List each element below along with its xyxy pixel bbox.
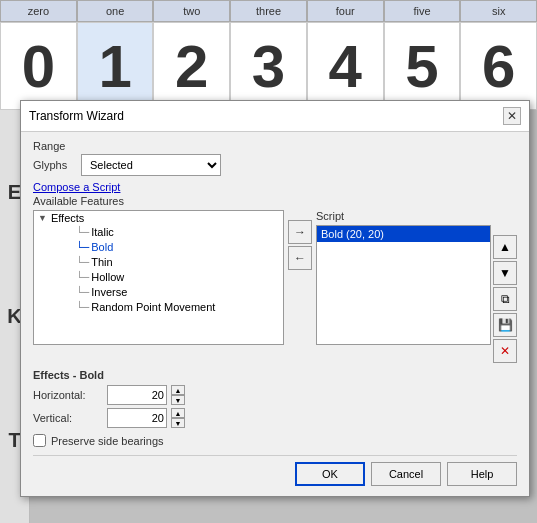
vertical-row: Vertical: ▲ ▼ bbox=[33, 408, 517, 428]
save-button[interactable]: 💾 bbox=[493, 313, 517, 337]
effects-italic-item[interactable]: └─Italic bbox=[34, 225, 283, 240]
random-label: Random Point Movement bbox=[91, 301, 215, 313]
preserve-label[interactable]: Preserve side bearings bbox=[51, 435, 164, 447]
effects-bold-item[interactable]: └─Bold bbox=[34, 240, 283, 255]
effects-bold-title: Effects - Bold bbox=[33, 369, 517, 381]
effects-bold-section: Effects - Bold Horizontal: ▲ ▼ Vertical:… bbox=[33, 369, 517, 428]
dialog-body: Range Glyphs Selected All Current Glyph … bbox=[21, 132, 529, 496]
dialog-title: Transform Wizard bbox=[29, 109, 124, 123]
header-six: six bbox=[460, 0, 537, 22]
header-row: zero one two three four five six bbox=[0, 0, 537, 22]
cell-four: 4 bbox=[307, 22, 384, 110]
horizontal-spinner: ▲ ▼ bbox=[171, 385, 185, 405]
copy-button[interactable]: ⧉ bbox=[493, 287, 517, 311]
features-list[interactable]: ▼ Effects └─Italic └─Bold └─Thin └─Hollo… bbox=[33, 210, 284, 345]
script-item-bold[interactable]: Bold (20, 20) bbox=[317, 226, 490, 242]
bottom-buttons: OK Cancel Help bbox=[33, 455, 517, 488]
hollow-label: Hollow bbox=[91, 271, 124, 283]
vertical-input[interactable] bbox=[107, 408, 167, 428]
delete-button[interactable]: ✕ bbox=[493, 339, 517, 363]
header-one: one bbox=[77, 0, 154, 22]
cell-two: 2 bbox=[153, 22, 230, 110]
move-down-button[interactable]: ▼ bbox=[493, 261, 517, 285]
effects-thin-item[interactable]: └─Thin bbox=[34, 255, 283, 270]
cell-six: 6 bbox=[460, 22, 537, 110]
glyphs-label: Glyphs bbox=[33, 159, 73, 171]
effects-random-item[interactable]: └─Random Point Movement bbox=[34, 300, 283, 315]
right-action-buttons: ▲ ▼ ⧉ 💾 ✕ bbox=[493, 225, 517, 363]
header-five: five bbox=[384, 0, 461, 22]
script-panel: Bold (20, 20) ▲ ▼ ⧉ 💾 ✕ bbox=[316, 225, 517, 363]
header-two: two bbox=[153, 0, 230, 22]
close-button[interactable]: ✕ bbox=[503, 107, 521, 125]
header-three: three bbox=[230, 0, 307, 22]
preserve-checkbox[interactable] bbox=[33, 434, 46, 447]
available-features-label: Available Features bbox=[33, 195, 517, 207]
range-label: Range bbox=[33, 140, 517, 152]
compose-script-link[interactable]: Compose a Script bbox=[33, 181, 120, 193]
arrow-buttons: → ← bbox=[288, 210, 312, 270]
preserve-checkbox-row: Preserve side bearings bbox=[33, 434, 517, 447]
panels-area: ▼ Effects └─Italic └─Bold └─Thin └─Hollo… bbox=[33, 210, 517, 363]
italic-label: Italic bbox=[91, 226, 114, 238]
remove-from-script-button[interactable]: ← bbox=[288, 246, 312, 270]
data-row: 0 1 2 3 4 5 6 bbox=[0, 22, 537, 110]
cancel-button[interactable]: Cancel bbox=[371, 462, 441, 486]
vertical-spin-down[interactable]: ▼ bbox=[171, 418, 185, 428]
transform-wizard-dialog: Transform Wizard ✕ Range Glyphs Selected… bbox=[20, 100, 530, 497]
cell-one: 1 bbox=[77, 22, 154, 110]
header-zero: zero bbox=[0, 0, 77, 22]
effects-group-item[interactable]: ▼ Effects bbox=[34, 211, 283, 225]
dialog-titlebar: Transform Wizard ✕ bbox=[21, 101, 529, 132]
add-to-script-button[interactable]: → bbox=[288, 220, 312, 244]
side-letter-t: T bbox=[8, 429, 20, 452]
effects-label: Effects bbox=[51, 212, 84, 224]
vertical-spinner: ▲ ▼ bbox=[171, 408, 185, 428]
cell-zero: 0 bbox=[0, 22, 77, 110]
cell-five: 5 bbox=[384, 22, 461, 110]
header-four: four bbox=[307, 0, 384, 22]
horizontal-spin-up[interactable]: ▲ bbox=[171, 385, 185, 395]
horizontal-label: Horizontal: bbox=[33, 389, 103, 401]
thin-label: Thin bbox=[91, 256, 112, 268]
vertical-label: Vertical: bbox=[33, 412, 103, 424]
horizontal-input[interactable] bbox=[107, 385, 167, 405]
effects-hollow-item[interactable]: └─Hollow bbox=[34, 270, 283, 285]
cell-three: 3 bbox=[230, 22, 307, 110]
script-list[interactable]: Bold (20, 20) bbox=[316, 225, 491, 345]
script-label: Script bbox=[316, 210, 517, 222]
horizontal-spin-down[interactable]: ▼ bbox=[171, 395, 185, 405]
glyphs-dropdown[interactable]: Selected All Current Glyph bbox=[81, 154, 221, 176]
background-spreadsheet: zero one two three four five six 0 1 2 3… bbox=[0, 0, 537, 110]
ok-button[interactable]: OK bbox=[295, 462, 365, 486]
vertical-spin-up[interactable]: ▲ bbox=[171, 408, 185, 418]
move-up-button[interactable]: ▲ bbox=[493, 235, 517, 259]
bold-label: Bold bbox=[91, 241, 113, 253]
horizontal-row: Horizontal: ▲ ▼ bbox=[33, 385, 517, 405]
effects-inverse-item[interactable]: └─Inverse bbox=[34, 285, 283, 300]
help-button[interactable]: Help bbox=[447, 462, 517, 486]
left-list-wrap: ▼ Effects └─Italic └─Bold └─Thin └─Hollo… bbox=[33, 210, 284, 345]
tree-toggle-effects: ▼ bbox=[38, 213, 47, 223]
right-panel-wrap: Script Bold (20, 20) ▲ ▼ ⧉ 💾 ✕ bbox=[316, 210, 517, 363]
glyphs-row: Glyphs Selected All Current Glyph bbox=[33, 154, 517, 176]
inverse-label: Inverse bbox=[91, 286, 127, 298]
